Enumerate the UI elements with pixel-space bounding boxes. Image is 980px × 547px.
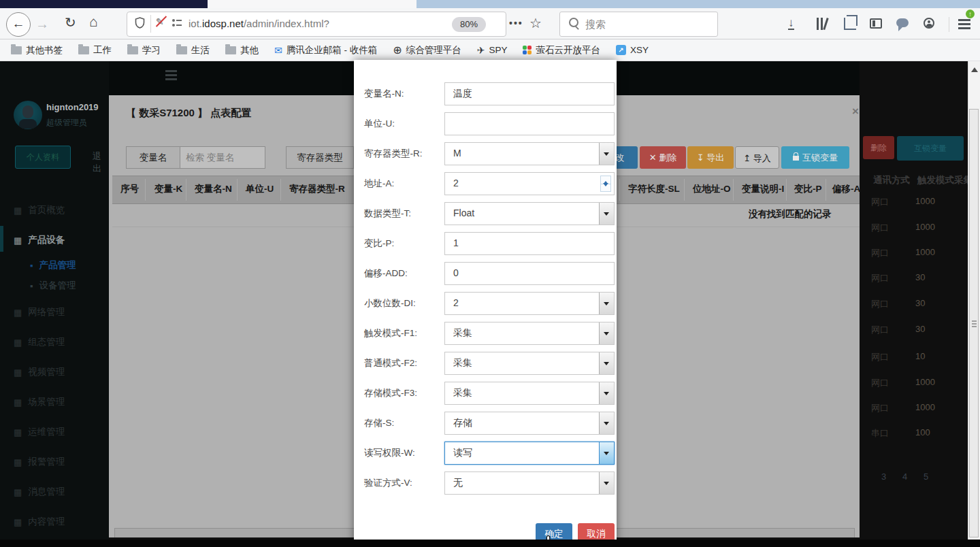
- home-button[interactable]: ⌂: [89, 15, 98, 29]
- library-icon[interactable]: [815, 18, 830, 30]
- close-icon[interactable]: ×: [852, 105, 859, 118]
- chevron-down-icon[interactable]: [599, 412, 614, 434]
- field-input-0[interactable]: 温度: [444, 82, 615, 105]
- page-actions-icon[interactable]: •••: [509, 18, 523, 29]
- url-text[interactable]: iot.idosp.net/admin/index.html?: [189, 18, 329, 29]
- sidebar-collapse-icon[interactable]: [165, 70, 177, 72]
- avatar[interactable]: [14, 101, 42, 129]
- chevron-down-icon[interactable]: [599, 352, 614, 374]
- browser-tab-active[interactable]: [208, 0, 416, 8]
- field-input-3[interactable]: 2: [444, 172, 615, 195]
- field-select-8[interactable]: 采集: [444, 322, 615, 345]
- field-input-6[interactable]: 0: [444, 262, 615, 285]
- background-delete-button[interactable]: 删除: [863, 136, 894, 159]
- bookmark-item[interactable]: 其他: [225, 44, 259, 56]
- forward-button[interactable]: →: [35, 16, 49, 32]
- field-select-4[interactable]: Float: [444, 202, 615, 225]
- dialog-info-button[interactable]: 互锁变量: [781, 146, 849, 169]
- pagination-page[interactable]: 3: [881, 471, 886, 482]
- page-zoom-badge[interactable]: 80%: [452, 17, 486, 32]
- bookmark-label: 其他: [240, 44, 259, 56]
- chevron-down-icon[interactable]: [599, 472, 614, 494]
- bookmark-item[interactable]: 萤石云开放平台: [523, 44, 600, 56]
- scrollbar-thumb[interactable]: [969, 109, 979, 537]
- bookmark-item[interactable]: ⊕综合管理平台: [393, 44, 461, 56]
- scroll-up-arrow[interactable]: [971, 64, 978, 72]
- dialog-danger-button[interactable]: ✕ 删除: [640, 146, 686, 169]
- field-input-1[interactable]: [444, 112, 615, 135]
- downloads-icon[interactable]: ↓: [788, 18, 794, 30]
- dialog-default-button[interactable]: ↥ 导入: [735, 146, 779, 169]
- sidebar-item-4[interactable]: ▦网络管理: [0, 304, 109, 320]
- chevron-down-icon[interactable]: [599, 322, 614, 344]
- bookmark-item[interactable]: ✈SPY: [477, 45, 508, 55]
- sidebar-item-10[interactable]: ▦消息管理: [0, 484, 109, 500]
- permissions-icon[interactable]: [172, 19, 182, 27]
- field-select-9[interactable]: 采集: [444, 352, 615, 375]
- column-header[interactable]: 偏移-ADD: [832, 183, 860, 195]
- field-select-12[interactable]: 读写: [444, 442, 615, 465]
- chevron-down-icon[interactable]: [599, 382, 614, 404]
- sidebar-item-1[interactable]: ▦产品设备: [0, 232, 109, 248]
- sidebar-item-7[interactable]: ▦场景管理: [0, 394, 109, 410]
- background-lock-button[interactable]: 互锁变量: [897, 136, 964, 161]
- account-icon[interactable]: [924, 18, 934, 29]
- bookmark-item[interactable]: 其他书签: [11, 44, 63, 56]
- cell-trigger-value: 30: [915, 272, 925, 282]
- chevron-down-icon[interactable]: [599, 293, 614, 314]
- number-stepper[interactable]: [600, 176, 611, 192]
- sidebar-item-5[interactable]: ▦组态管理: [0, 334, 109, 350]
- bookmark-item[interactable]: 工作: [78, 44, 112, 56]
- blocked-plugin-icon[interactable]: ✎: [155, 16, 167, 28]
- cell-trigger-value: 1000: [915, 222, 935, 232]
- column-header[interactable]: 变比-P: [794, 183, 822, 195]
- bookmark-item[interactable]: ✉腾讯企业邮箱 - 收件箱: [274, 44, 377, 56]
- hamburger-menu-icon[interactable]: [958, 19, 970, 21]
- sidebar-item-6[interactable]: ▦视频管理: [0, 364, 109, 380]
- chevron-down-icon[interactable]: [599, 442, 614, 464]
- column-header[interactable]: 变量说明-I: [742, 183, 784, 195]
- column-header[interactable]: 字符长度-SL: [628, 183, 680, 195]
- sidebar-toggle-icon[interactable]: [870, 18, 882, 29]
- field-label: 触发模式-F1:: [364, 327, 417, 339]
- column-header[interactable]: 单位-U: [246, 183, 274, 195]
- chevron-down-icon[interactable]: [599, 143, 614, 165]
- bookmark-item[interactable]: 学习: [127, 44, 161, 56]
- shield-icon[interactable]: [135, 17, 145, 29]
- bookmark-item[interactable]: ↗XSY: [616, 45, 649, 55]
- bookmark-item[interactable]: 生活: [176, 44, 210, 56]
- pagination-page[interactable]: 5: [924, 471, 928, 482]
- search-input[interactable]: [559, 12, 718, 37]
- pagination-page[interactable]: 4: [902, 471, 907, 482]
- vertical-scrollbar[interactable]: [968, 61, 980, 547]
- logout-button[interactable]: 退出: [93, 150, 109, 175]
- field-label: 验证方式-V:: [364, 477, 412, 489]
- dialog-warning-button[interactable]: ↧ 导出: [687, 146, 734, 169]
- field-select-10[interactable]: 采集: [444, 382, 615, 405]
- column-header[interactable]: 位地址-O: [693, 183, 731, 195]
- messages-icon[interactable]: [896, 18, 909, 27]
- reload-button[interactable]: ↻: [65, 16, 76, 29]
- field-select-13[interactable]: 无: [444, 471, 615, 495]
- screenshot-icon[interactable]: [844, 18, 856, 30]
- profile-button[interactable]: 个人资料: [15, 146, 71, 169]
- sidebar-item-0[interactable]: ▦首页概览: [0, 202, 109, 218]
- browser-tab-inactive[interactable]: [0, 0, 208, 8]
- sidebar-item-11[interactable]: ▦内容管理: [0, 514, 109, 530]
- back-button[interactable]: ←: [6, 12, 31, 37]
- field-input-5[interactable]: 1: [444, 232, 615, 255]
- sidebar-item-3[interactable]: ▪设备管理: [0, 278, 109, 294]
- field-select-7[interactable]: 2: [444, 292, 615, 315]
- field-select-11[interactable]: 存储: [444, 412, 615, 435]
- column-header[interactable]: 序号: [120, 183, 139, 195]
- column-header[interactable]: 变量名-N: [195, 183, 232, 195]
- column-header[interactable]: 寄存器类型-R: [289, 183, 345, 195]
- sidebar-item-8[interactable]: ▦运维管理: [0, 424, 109, 440]
- sidebar-item-2[interactable]: ▪产品管理: [0, 257, 109, 274]
- sidebar-item-9[interactable]: ▦报警管理: [0, 454, 109, 470]
- chevron-down-icon[interactable]: [599, 203, 614, 225]
- bookmark-star-icon[interactable]: ☆: [529, 15, 542, 31]
- field-select-2[interactable]: M: [444, 142, 615, 165]
- filter-variable-input[interactable]: 检索 变量名: [180, 146, 265, 169]
- column-header[interactable]: 变量-K: [154, 183, 182, 195]
